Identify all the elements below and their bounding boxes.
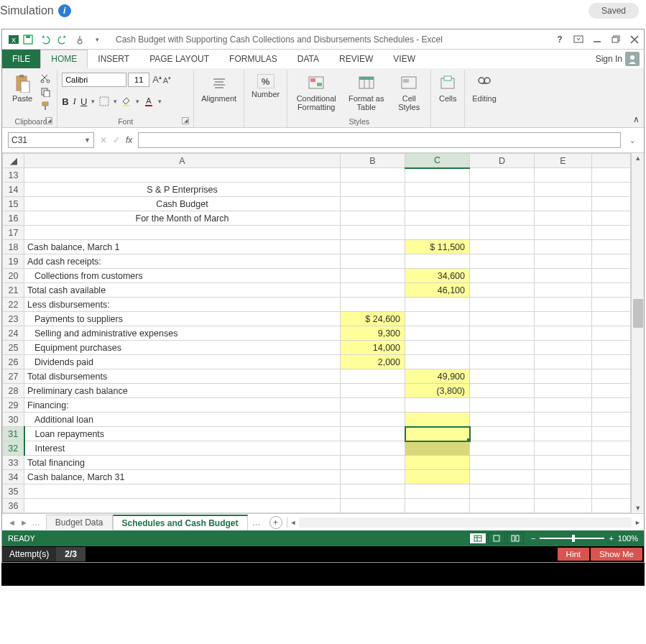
cell[interactable]: 9,300 (341, 326, 405, 341)
cell[interactable]: Loan repayments (24, 427, 341, 441)
cell[interactable] (535, 312, 592, 326)
cell[interactable] (341, 254, 405, 269)
row-header[interactable]: 15 (3, 197, 24, 211)
cell[interactable]: Interest (24, 441, 341, 456)
cell[interactable]: Cash Budget (24, 197, 341, 211)
cell[interactable] (341, 413, 405, 427)
cell[interactable] (341, 298, 405, 312)
scroll-right-icon[interactable]: ► (632, 519, 644, 526)
cell[interactable] (405, 197, 470, 211)
cell[interactable] (470, 413, 535, 427)
format-painter-icon[interactable] (38, 100, 52, 111)
cell[interactable] (341, 499, 405, 513)
cell[interactable] (535, 197, 592, 211)
cell[interactable] (470, 226, 535, 240)
col-header-c[interactable]: C (405, 154, 470, 168)
tab-formulas[interactable]: FORMULAS (219, 50, 287, 68)
cell[interactable]: Dividends paid (24, 355, 341, 369)
cell[interactable] (405, 456, 470, 470)
cell[interactable] (341, 470, 405, 484)
cell[interactable] (592, 240, 631, 254)
cell[interactable]: Cash balance, March 31 (24, 470, 341, 484)
cell[interactable] (535, 211, 592, 226)
font-size-input[interactable] (128, 73, 149, 87)
col-header-a[interactable]: A (24, 154, 341, 168)
zoom-slider[interactable] (540, 538, 604, 539)
cell[interactable] (535, 226, 592, 240)
zoom-out-icon[interactable]: − (531, 534, 535, 543)
cells-button[interactable]: Cells (435, 73, 460, 104)
cell[interactable] (592, 197, 631, 211)
cell[interactable] (470, 168, 535, 183)
cell[interactable]: (3,800) (405, 384, 470, 398)
cancel-formula-icon[interactable]: ✕ (100, 135, 107, 145)
cell[interactable]: $ 11,500 (405, 240, 470, 254)
cell[interactable] (405, 355, 470, 369)
minimize-icon[interactable] (592, 35, 602, 44)
zoom-control[interactable]: − + 100% (531, 534, 638, 543)
cell[interactable] (405, 211, 470, 226)
font-name-input[interactable] (62, 73, 126, 87)
cell[interactable]: $ 24,600 (341, 312, 405, 326)
cell[interactable] (592, 384, 631, 398)
formula-input[interactable] (138, 132, 621, 148)
touch-mode-icon[interactable] (73, 32, 87, 47)
cell[interactable] (405, 341, 470, 355)
save-icon[interactable] (21, 32, 35, 47)
cell[interactable] (535, 326, 592, 341)
scroll-left-icon[interactable]: ◄ (287, 519, 300, 526)
cell[interactable] (341, 398, 405, 413)
cell[interactable] (405, 168, 470, 183)
paste-button[interactable]: Paste (9, 73, 35, 104)
vertical-scrollbar[interactable]: ▲ ▼ (631, 153, 644, 513)
fill-dropdown-icon[interactable]: ▾ (136, 98, 139, 105)
cell[interactable] (341, 183, 405, 197)
cell[interactable]: Preliminary cash balance (24, 384, 341, 398)
cell[interactable] (535, 441, 592, 456)
cell-styles-button[interactable]: Cell Styles (392, 73, 426, 113)
cell[interactable] (405, 254, 470, 269)
cell[interactable] (592, 341, 631, 355)
cell[interactable] (592, 413, 631, 427)
row-header[interactable]: 17 (3, 226, 24, 240)
restore-icon[interactable] (611, 35, 621, 44)
fill-color-icon[interactable] (121, 96, 131, 106)
cell[interactable]: Financing: (24, 398, 341, 413)
row-header[interactable]: 27 (3, 369, 24, 384)
zoom-value[interactable]: 100% (618, 534, 638, 543)
cell[interactable] (405, 398, 470, 413)
cell[interactable] (341, 484, 405, 499)
cell[interactable] (470, 484, 535, 499)
cell[interactable] (405, 413, 470, 427)
row-header[interactable]: 24 (3, 326, 24, 341)
cell[interactable] (592, 499, 631, 513)
cell[interactable] (535, 183, 592, 197)
cell[interactable] (341, 456, 405, 470)
font-dialog-launcher-icon[interactable]: ◢ (182, 117, 189, 124)
cell[interactable] (405, 499, 470, 513)
cell[interactable] (535, 456, 592, 470)
cell[interactable]: 46,100 (405, 283, 470, 298)
cell[interactable] (592, 298, 631, 312)
italic-button[interactable]: I (73, 96, 76, 107)
cell[interactable] (592, 168, 631, 183)
scroll-up-icon[interactable]: ▲ (635, 153, 641, 163)
cell[interactable] (535, 413, 592, 427)
tab-insert[interactable]: INSERT (88, 50, 139, 68)
row-header[interactable]: 33 (3, 456, 24, 470)
cell[interactable] (470, 183, 535, 197)
row-header[interactable]: 31 (3, 427, 24, 441)
cell[interactable] (341, 283, 405, 298)
cell[interactable] (535, 470, 592, 484)
row-header[interactable]: 23 (3, 312, 24, 326)
cell[interactable]: Total financing (24, 456, 341, 470)
cell[interactable] (24, 499, 341, 513)
cell[interactable] (24, 168, 341, 183)
bold-button[interactable]: B (62, 96, 68, 107)
cell[interactable] (535, 355, 592, 369)
cell[interactable] (470, 384, 535, 398)
cell[interactable] (535, 283, 592, 298)
expand-formula-bar-icon[interactable]: ⌄ (627, 137, 638, 144)
cell[interactable] (535, 484, 592, 499)
cell[interactable]: 34,600 (405, 269, 470, 283)
